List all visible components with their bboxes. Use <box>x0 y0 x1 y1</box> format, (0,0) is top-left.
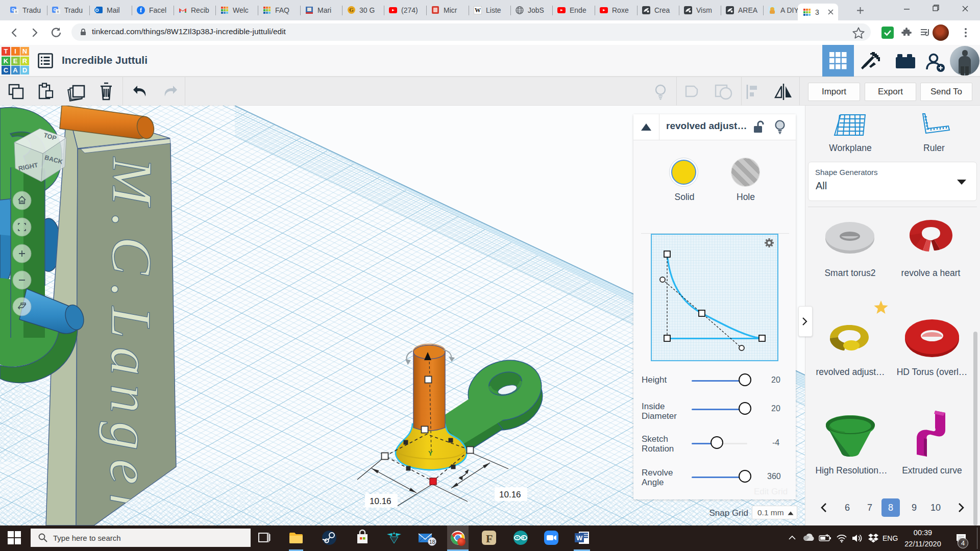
svg-text:W: W <box>576 534 583 542</box>
svg-text:10.16: 10.16 <box>370 496 391 506</box>
svg-text:F: F <box>486 532 493 545</box>
svg-text:10.16: 10.16 <box>499 490 521 499</box>
svg-text:Y: Y <box>428 449 433 457</box>
